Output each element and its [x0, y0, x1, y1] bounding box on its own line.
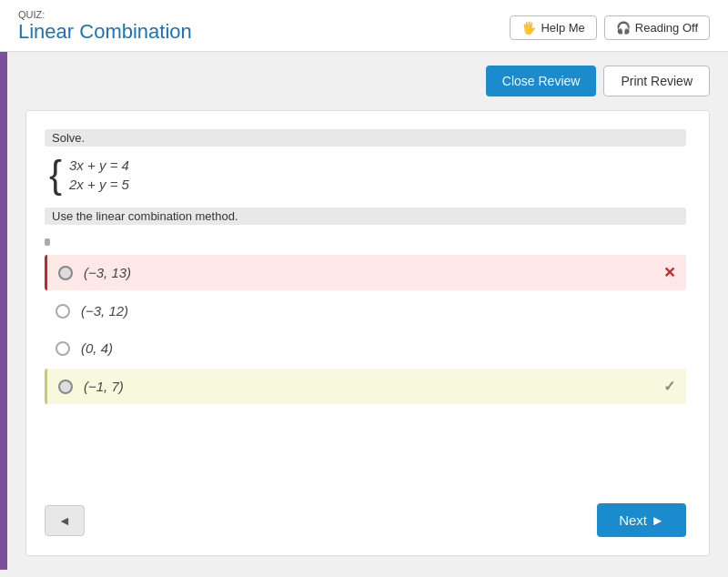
next-button[interactable]: Next ► [597, 503, 686, 537]
header-left: QUIZ: Linear Combination [18, 9, 192, 44]
help-label: Help Me [541, 21, 584, 35]
equation-2-text: 2x + y = 5 [69, 177, 129, 192]
left-bar [0, 52, 7, 570]
content-panel: Close Review Print Review Solve. { 3x + … [7, 52, 728, 570]
correct-icon-4: ✓ [663, 378, 675, 395]
equation-2: 2x + y = 5 [69, 177, 129, 192]
brace-symbol: { [49, 156, 62, 194]
close-review-button[interactable]: Close Review [486, 66, 597, 96]
math-system: { 3x + y = 4 2x + y = 5 [45, 156, 686, 194]
header: QUIZ: Linear Combination 🖐 Help Me 🎧 Rea… [0, 0, 728, 52]
answer-options: (−3, 13) ✕ (−3, 12) (0, 4) (−1, 7) [45, 255, 686, 404]
equations: 3x + y = 4 2x + y = 5 [69, 157, 129, 192]
answer-text-4: (−1, 7) [84, 379, 663, 394]
quiz-card: Solve. { 3x + y = 4 2x + y = 5 Use the l… [25, 110, 710, 556]
progress-area [45, 238, 686, 246]
hand-icon: 🖐 [521, 21, 536, 35]
answer-option-4[interactable]: (−1, 7) ✓ [45, 369, 686, 404]
top-actions: Close Review Print Review [25, 66, 710, 96]
equation-1: 3x + y = 4 [69, 157, 129, 173]
back-button[interactable]: ◄ [45, 505, 85, 536]
progress-bar [45, 238, 50, 246]
answer-text-3: (0, 4) [81, 340, 675, 356]
help-button[interactable]: 🖐 Help Me [510, 15, 596, 40]
radio-3 [56, 341, 70, 356]
radio-2 [56, 304, 70, 319]
wrong-icon-1: ✕ [663, 264, 675, 281]
answer-option-3[interactable]: (0, 4) [45, 331, 686, 365]
page-title: Linear Combination [18, 20, 192, 43]
instruction-label: Use the linear combination method. [45, 208, 686, 225]
answer-text-1: (−3, 13) [84, 265, 663, 280]
quiz-label: QUIZ: [18, 9, 192, 20]
equation-1-text: 3x + y = 4 [69, 157, 129, 173]
solve-label: Solve. [45, 129, 686, 147]
radio-4 [58, 380, 73, 394]
bottom-nav: ◄ Next ► [45, 494, 686, 537]
radio-1 [58, 266, 73, 280]
print-review-button[interactable]: Print Review [603, 66, 710, 96]
headphone-icon: 🎧 [616, 21, 631, 35]
answer-option-1[interactable]: (−3, 13) ✕ [45, 255, 686, 290]
header-right: 🖐 Help Me 🎧 Reading Off [510, 15, 710, 44]
reading-label: Reading Off [635, 21, 698, 35]
answer-text-2: (−3, 12) [81, 303, 675, 319]
main-area: Close Review Print Review Solve. { 3x + … [0, 52, 728, 570]
answer-option-2[interactable]: (−3, 12) [45, 294, 686, 328]
reading-button[interactable]: 🎧 Reading Off [604, 15, 710, 40]
